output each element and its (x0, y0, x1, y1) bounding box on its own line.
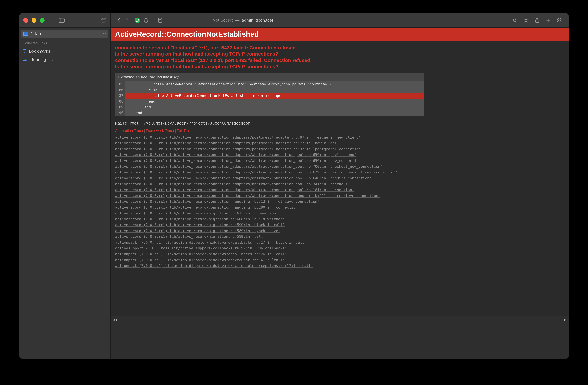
trace-line[interactable]: activerecord (7.0.0.rc1) lib/active_reco… (115, 216, 564, 222)
tab-favicon-icon (23, 32, 28, 36)
trace-line[interactable]: activerecord (7.0.0.rc1) lib/active_reco… (115, 140, 564, 146)
svg-point-22 (23, 59, 25, 61)
svg-rect-20 (103, 34, 104, 35)
trace-line[interactable]: actionpack (7.0.0.rc1) lib/action_dispat… (115, 240, 564, 245)
new-tab-icon[interactable] (545, 17, 552, 24)
web-console: >> x (111, 316, 569, 359)
tab-label: 1 Tab (31, 31, 41, 36)
tab-item-current[interactable]: 1 Tab (21, 30, 108, 38)
svg-marker-9 (524, 18, 528, 22)
rails-root: Rails.root: /Volumes/Dev/JDeen/Projects/… (115, 120, 564, 129)
extracted-source: Extracted source (around line #87): 85 r… (115, 73, 424, 116)
tab-grid-icon[interactable] (556, 17, 563, 24)
sidebar-toggle-icon[interactable] (58, 17, 65, 24)
titlebar: Not Secure — admin.jdeen.test (19, 13, 569, 28)
trace-line[interactable]: actionpack (7.0.0.rc1) lib/action_dispat… (115, 251, 564, 257)
source-line: 85 raise ActiveRecord::DatabaseConnectio… (115, 81, 424, 87)
code-text: raise ActiveRecord::DatabaseConnectionEr… (125, 81, 334, 87)
trace-line[interactable]: activerecord (7.0.0.rc1) lib/active_reco… (115, 181, 564, 187)
trace-line[interactable]: activerecord (7.0.0.rc1) lib/active_reco… (115, 175, 564, 181)
browser-window: Not Secure — admin.jdeen.test (19, 13, 569, 359)
svg-rect-19 (105, 32, 106, 33)
source-line: 89 end (115, 104, 424, 110)
line-number: 88 (115, 99, 125, 104)
share-icon[interactable] (534, 17, 540, 24)
reload-icon[interactable] (512, 17, 518, 24)
svg-rect-3 (101, 19, 105, 22)
tab-thumbnails-icon[interactable] (103, 32, 106, 36)
window-close-button[interactable] (23, 18, 28, 23)
error-message: connection to server at "localhost" (::1… (115, 45, 564, 70)
sidebar: 1 Tab Collected Links Bookmarks Reading … (19, 28, 111, 359)
svg-rect-14 (558, 19, 559, 20)
stack-trace: activerecord (7.0.0.rc1) lib/active_reco… (115, 134, 564, 269)
tabs-overview-icon[interactable] (100, 17, 107, 24)
code-text: end (125, 110, 145, 116)
url-host: admin.jdeen.test (242, 18, 273, 23)
trace-line[interactable]: activerecord (7.0.0.rc1) lib/active_reco… (115, 158, 564, 164)
window-maximize-button[interactable] (40, 18, 45, 23)
bookmark-icon (23, 49, 26, 54)
bookmarks-label: Bookmarks (29, 49, 50, 54)
line-number: 86 (115, 87, 125, 93)
trace-line[interactable]: activerecord (7.0.0.rc1) lib/active_reco… (115, 199, 564, 204)
trace-line[interactable]: activerecord (7.0.0.rc1) lib/active_reco… (115, 210, 564, 216)
trace-line[interactable]: activerecord (7.0.0.rc1) lib/active_reco… (115, 169, 564, 175)
line-number: 87 (115, 93, 125, 99)
full-trace-link[interactable]: Full Trace (177, 129, 193, 133)
sidebar-reading-list[interactable]: Reading List (21, 55, 108, 64)
application-trace-link[interactable]: Application Trace (115, 129, 143, 133)
extension-badge[interactable] (135, 18, 140, 23)
code-text: raise ActiveRecord::ConnectionNotEstabli… (125, 93, 284, 99)
trace-line[interactable]: activerecord (7.0.0.rc1) lib/active_reco… (115, 222, 564, 228)
traffic-lights (19, 18, 49, 23)
window-body: 1 Tab Collected Links Bookmarks Reading … (19, 28, 569, 359)
trace-line[interactable]: activerecord (7.0.0.rc1) lib/active_reco… (115, 228, 564, 234)
reading-list-label: Reading List (30, 57, 54, 62)
console-prompt[interactable]: >> (113, 318, 118, 322)
forward-button (124, 17, 131, 24)
svg-rect-16 (558, 21, 559, 22)
code-text: end (125, 99, 158, 104)
source-heading: Extracted source (around line #87): (115, 73, 424, 81)
sidebar-section-label: Collected Links (21, 38, 108, 47)
titlebar-left (19, 13, 111, 27)
reading-list-icon (23, 58, 28, 61)
address-bar[interactable]: Not Secure — admin.jdeen.test (210, 18, 275, 23)
sidebar-bookmarks[interactable]: Bookmarks (21, 47, 108, 55)
code-text: else (125, 87, 160, 93)
trace-tabs: Application Trace|Framework Trace|Full T… (115, 129, 564, 134)
svg-rect-0 (59, 18, 64, 22)
trace-line[interactable]: activerecord (7.0.0.rc1) lib/active_reco… (115, 234, 564, 240)
svg-point-23 (25, 59, 27, 61)
reader-mode-icon[interactable] (157, 17, 163, 24)
trace-line[interactable]: activerecord (7.0.0.rc1) lib/active_reco… (115, 134, 564, 140)
error-title: ActiveRecord::ConnectionNotEstablished (111, 28, 569, 41)
trace-line[interactable]: activerecord (7.0.0.rc1) lib/active_reco… (115, 204, 564, 210)
trace-line[interactable]: activerecord (7.0.0.rc1) lib/active_reco… (115, 146, 564, 152)
trace-line[interactable]: activerecord (7.0.0.rc1) lib/active_reco… (115, 187, 564, 193)
trace-line[interactable]: activerecord (7.0.0.rc1) lib/active_reco… (115, 152, 564, 158)
svg-rect-17 (560, 21, 561, 22)
trace-line[interactable]: activesupport (7.0.0.rc1) lib/active_sup… (115, 245, 564, 251)
window-minimize-button[interactable] (32, 18, 36, 23)
line-number: 89 (115, 104, 125, 110)
back-button[interactable] (115, 17, 122, 24)
trace-line[interactable]: actionpack (7.0.0.rc1) lib/action_dispat… (115, 263, 564, 269)
not-secure-label: Not Secure — (213, 18, 239, 23)
error-body: connection to server at "localhost" (::1… (111, 41, 569, 316)
svg-rect-15 (560, 19, 561, 20)
console-close-icon[interactable]: x (564, 318, 566, 322)
nav-arrows (115, 17, 131, 24)
trace-line[interactable]: activerecord (7.0.0.rc1) lib/active_reco… (115, 193, 564, 199)
svg-rect-18 (103, 32, 104, 33)
titlebar-actions (512, 17, 565, 24)
bookmark-star-icon[interactable] (523, 17, 529, 24)
source-line: 86 else (115, 87, 424, 93)
trace-line[interactable]: activerecord (7.0.0.rc1) lib/active_reco… (115, 164, 564, 170)
privacy-shield-icon[interactable] (143, 17, 149, 24)
source-line: 90 end (115, 110, 424, 116)
trace-line[interactable]: actionpack (7.0.0.rc1) lib/action_dispat… (115, 257, 564, 263)
line-number: 85 (115, 81, 125, 87)
framework-trace-link[interactable]: Framework Trace (146, 129, 174, 133)
